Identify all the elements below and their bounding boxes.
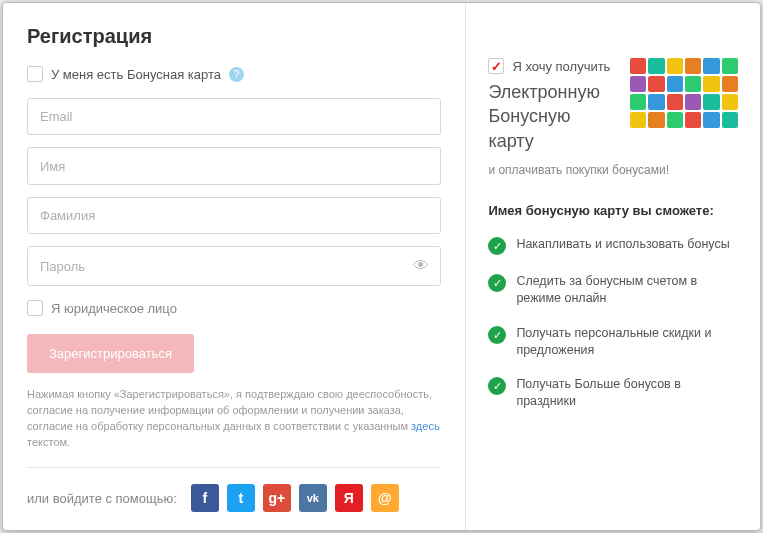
wish-checkbox[interactable] [488,58,504,74]
juridical-row[interactable]: Я юридическое лицо [27,300,441,316]
submit-button[interactable]: Зарегистрироваться [27,334,194,373]
benefits-heading: Имея бонусную карту вы сможете: [488,203,738,218]
vk-button[interactable]: vk [299,484,327,512]
benefit-item: ✓Получать Больше бонусов в праздники [488,376,738,410]
form-panel: Регистрация У меня есть Бонусная карта ?… [3,3,465,530]
have-card-label: У меня есть Бонусная карта [51,67,221,82]
page-title: Регистрация [27,25,441,48]
benefit-text: Получать персональные скидки и предложен… [516,325,738,359]
social-row: или войдите с помощью: f t g+ vk Я @ [27,484,441,512]
benefit-text: Получать Больше бонусов в праздники [516,376,738,410]
registration-modal: Регистрация У меня есть Бонусная карта ?… [2,2,761,531]
promo-title: Электронную Бонусную карту [488,80,616,153]
check-circle-icon: ✓ [488,274,506,292]
wish-row[interactable]: Я хочу получить [488,58,616,74]
legal-text: Нажимая кнопку «Зарегистрироваться», я п… [27,387,441,451]
surname-field[interactable] [27,197,441,234]
juridical-checkbox[interactable] [27,300,43,316]
social-prompt: или войдите с помощью: [27,491,177,506]
benefit-text: Следить за бонусным счетом в режиме онла… [516,273,738,307]
mailru-button[interactable]: @ [371,484,399,512]
help-icon[interactable]: ? [229,67,244,82]
password-field[interactable] [27,246,441,286]
check-circle-icon: ✓ [488,237,506,255]
juridical-label: Я юридическое лицо [51,301,177,316]
promo-mosaic-icon [630,58,738,128]
wish-label: Я хочу получить [512,59,610,74]
name-field[interactable] [27,147,441,184]
promo-panel: Я хочу получить Электронную Бонусную кар… [465,3,760,530]
divider [27,467,441,468]
facebook-button[interactable]: f [191,484,219,512]
eye-icon[interactable]: 👁 [413,257,429,275]
benefits-list: ✓Накапливать и использовать бонусы✓Следи… [488,236,738,410]
email-field[interactable] [27,98,441,135]
password-wrap: 👁 [27,246,441,286]
benefit-text: Накапливать и использовать бонусы [516,236,729,253]
yandex-button[interactable]: Я [335,484,363,512]
legal-link[interactable]: здесь [411,420,440,432]
benefit-item: ✓Получать персональные скидки и предложе… [488,325,738,359]
have-card-row[interactable]: У меня есть Бонусная карта ? [27,66,441,82]
check-circle-icon: ✓ [488,326,506,344]
benefit-item: ✓Накапливать и использовать бонусы [488,236,738,255]
check-circle-icon: ✓ [488,377,506,395]
twitter-button[interactable]: t [227,484,255,512]
benefit-item: ✓Следить за бонусным счетом в режиме онл… [488,273,738,307]
promo-subtitle: и оплачивать покупки бонусами! [488,163,738,177]
have-card-checkbox[interactable] [27,66,43,82]
google-plus-button[interactable]: g+ [263,484,291,512]
